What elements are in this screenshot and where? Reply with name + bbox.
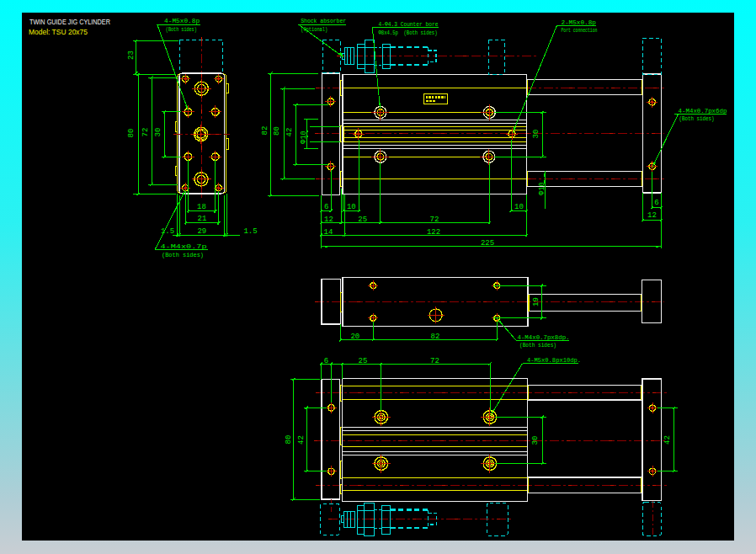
svg-text:4-Φ4.3 Counter bore: 4-Φ4.3 Counter bore bbox=[379, 20, 439, 28]
svg-text:30: 30 bbox=[531, 436, 540, 445]
svg-text:122: 122 bbox=[427, 228, 440, 237]
svg-text:80: 80 bbox=[127, 129, 136, 138]
svg-text:20: 20 bbox=[350, 333, 359, 341]
svg-text:14: 14 bbox=[324, 228, 333, 237]
svg-text:(Both sides): (Both sides) bbox=[166, 26, 197, 33]
svg-text:18: 18 bbox=[197, 203, 206, 211]
svg-text:12: 12 bbox=[647, 211, 657, 220]
svg-text:82: 82 bbox=[261, 126, 269, 136]
svg-text:80: 80 bbox=[285, 435, 293, 445]
svg-text:Φ10: Φ10 bbox=[538, 182, 546, 194]
svg-text:Port connection: Port connection bbox=[561, 27, 597, 34]
svg-text:225: 225 bbox=[481, 239, 494, 248]
svg-text:19: 19 bbox=[532, 297, 540, 306]
svg-text:TWIN GUIDE JIG CYLINDER: TWIN GUIDE JIG CYLINDER bbox=[29, 18, 110, 26]
svg-text:2-M5x0.8p: 2-M5x0.8p bbox=[561, 19, 596, 26]
svg-text:42: 42 bbox=[285, 128, 294, 137]
svg-text:30: 30 bbox=[154, 128, 162, 137]
svg-text:21: 21 bbox=[198, 215, 207, 223]
svg-text:25: 25 bbox=[358, 216, 367, 224]
svg-text:72: 72 bbox=[430, 357, 439, 365]
svg-text:(Both sides): (Both sides) bbox=[519, 342, 556, 349]
svg-text:10: 10 bbox=[514, 203, 524, 211]
svg-text:72: 72 bbox=[141, 128, 150, 137]
svg-text:23: 23 bbox=[127, 51, 136, 60]
svg-text:4-M4x0.7px8dp.: 4-M4x0.7px8dp. bbox=[518, 333, 570, 341]
svg-text:25: 25 bbox=[359, 357, 368, 365]
svg-text:Model: TSU 20x75: Model: TSU 20x75 bbox=[29, 28, 88, 36]
svg-text:(Both sides): (Both sides) bbox=[679, 115, 715, 122]
svg-text:Shock absorber: Shock absorber bbox=[301, 17, 346, 24]
svg-text:80: 80 bbox=[273, 126, 281, 136]
svg-text:12: 12 bbox=[324, 216, 333, 224]
svg-text:1.5: 1.5 bbox=[243, 227, 257, 236]
svg-text:30: 30 bbox=[532, 130, 540, 139]
svg-text:Φ10: Φ10 bbox=[300, 131, 308, 143]
svg-text:72: 72 bbox=[430, 216, 439, 224]
svg-text:42: 42 bbox=[297, 435, 306, 445]
svg-text:6: 6 bbox=[324, 357, 328, 365]
svg-text:6: 6 bbox=[324, 203, 328, 211]
svg-text:4-M4x0.7px6dp: 4-M4x0.7px6dp bbox=[679, 107, 727, 115]
svg-text:10: 10 bbox=[347, 203, 356, 211]
svg-text:4-M4x0.7p: 4-M4x0.7p bbox=[161, 242, 207, 250]
svg-text:82: 82 bbox=[431, 333, 440, 341]
svg-text:4-M5x0.8p: 4-M5x0.8p bbox=[164, 17, 200, 24]
svg-text:42: 42 bbox=[663, 435, 672, 445]
svg-text:Φ8x4.5p (Both sides): Φ8x4.5p (Both sides) bbox=[379, 29, 438, 36]
svg-text:(Both sides): (Both sides) bbox=[162, 252, 204, 258]
svg-text:29: 29 bbox=[197, 227, 206, 236]
svg-text:6: 6 bbox=[654, 199, 658, 207]
svg-text:4-M5x0.8px10dp.: 4-M5x0.8px10dp. bbox=[527, 356, 581, 364]
